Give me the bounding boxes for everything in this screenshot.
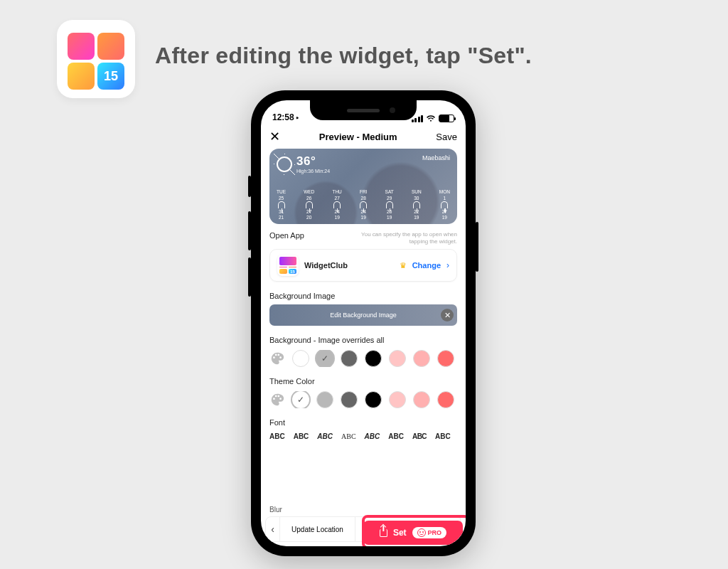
- crown-icon: ♛: [400, 261, 407, 270]
- bg-color-label: Background - Image overrides all: [269, 336, 457, 344]
- color-swatch[interactable]: [341, 391, 358, 408]
- color-swatch[interactable]: [292, 391, 309, 408]
- bg-image-label: Background Image: [269, 292, 457, 300]
- battery-icon: [439, 115, 454, 122]
- hi-lo: High:36 Min:24: [296, 169, 330, 174]
- color-swatch[interactable]: [389, 391, 406, 408]
- color-swatch[interactable]: [437, 391, 454, 408]
- font-option[interactable]: ABC: [294, 432, 309, 440]
- font-option[interactable]: ABC: [317, 432, 333, 440]
- color-swatch[interactable]: [316, 391, 333, 408]
- theme-color-label: Theme Color: [269, 377, 457, 385]
- font-option[interactable]: ABC: [341, 432, 356, 440]
- font-label: Font: [269, 418, 457, 427]
- close-icon[interactable]: ✕: [269, 129, 280, 144]
- font-option[interactable]: ABC: [412, 432, 427, 440]
- forecast-day: MON12719: [439, 189, 450, 220]
- widget-preview[interactable]: 36° High:36 Min:24 Maebashi TUE253121WED…: [269, 149, 457, 224]
- clock: 12:58 ⁍: [272, 112, 299, 122]
- color-swatch[interactable]: [413, 350, 430, 367]
- clear-bg-icon[interactable]: ✕: [441, 309, 454, 321]
- open-app-name: WidgetClub: [304, 261, 394, 270]
- font-option[interactable]: ABC: [365, 432, 380, 440]
- forecast-day: WED262720: [304, 189, 314, 220]
- phone-frame: 12:58 ⁍ ✕ Preview - Medium Save 36° High…: [251, 90, 476, 556]
- font-option[interactable]: ABC: [435, 432, 451, 440]
- widgetclub-app-icon: 15: [57, 20, 135, 98]
- color-swatch[interactable]: [389, 350, 406, 367]
- color-swatch[interactable]: [316, 350, 333, 367]
- chevron-right-icon: ›: [446, 260, 449, 270]
- open-app-row[interactable]: 15 WidgetClub ♛ Change ›: [269, 249, 457, 282]
- save-button[interactable]: Save: [436, 132, 457, 142]
- action-prev[interactable]: ‹: [266, 517, 280, 541]
- sun-icon: [277, 156, 292, 172]
- edit-bg-image-button[interactable]: Edit Background Image ✕: [269, 304, 457, 326]
- forecast-day: FRI282419: [360, 189, 367, 220]
- forecast-day: TUE253121: [277, 189, 286, 220]
- palette-icon[interactable]: [269, 392, 285, 408]
- widgetclub-mini-icon: 15: [277, 255, 299, 276]
- palette-icon[interactable]: [269, 351, 285, 366]
- pro-badge: PRO: [412, 527, 447, 538]
- forecast-day: SAT292519: [385, 189, 394, 220]
- open-app-label: Open App: [269, 231, 304, 240]
- update-location-button[interactable]: Update Location: [280, 517, 355, 541]
- change-button[interactable]: Change: [412, 261, 441, 270]
- location-label: Maebashi: [422, 154, 450, 161]
- instruction-text: After editing the widget, tap "Set".: [155, 43, 532, 69]
- forecast-day: THU272419: [332, 189, 341, 220]
- wifi-icon: [426, 115, 436, 122]
- blur-label: Blur: [269, 506, 282, 514]
- color-swatch[interactable]: [365, 350, 382, 367]
- font-option[interactable]: ABC: [388, 432, 404, 440]
- open-app-help: You can specify the app to open when tap…: [350, 231, 457, 245]
- color-swatch[interactable]: [437, 350, 454, 367]
- page-title: Preview - Medium: [319, 132, 397, 142]
- set-button[interactable]: Set PRO: [363, 521, 463, 545]
- forecast-day: SUN302219: [412, 189, 422, 220]
- color-swatch[interactable]: [341, 350, 358, 367]
- color-swatch[interactable]: [365, 391, 382, 408]
- font-picker[interactable]: ABC ABC ABC ABC ABC ABC ABC ABC: [269, 432, 457, 440]
- font-option[interactable]: ABC: [269, 432, 285, 440]
- color-swatch[interactable]: [413, 391, 430, 408]
- color-swatch[interactable]: [292, 350, 309, 367]
- share-icon: [380, 529, 387, 537]
